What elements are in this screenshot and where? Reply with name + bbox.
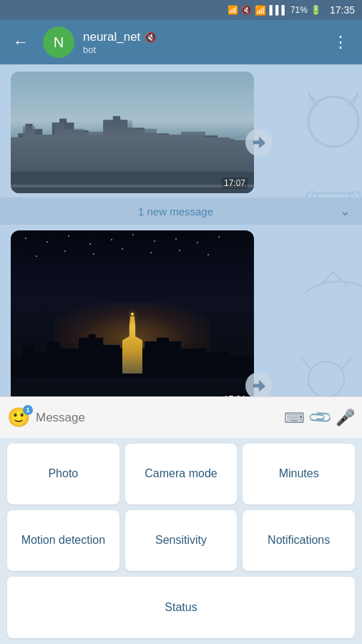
- chevron-down-icon[interactable]: ⌄: [340, 203, 351, 219]
- message-input-bar: 🙂 1 ⌨ 📎 🎤: [0, 396, 362, 438]
- avatar: N: [43, 26, 74, 58]
- attach-button[interactable]: 📎: [307, 404, 333, 431]
- emoji-badge: 1: [23, 405, 33, 415]
- battery-level: 71%: [290, 5, 308, 15]
- status-bar: 📶 🔇 📶 ▌▌▌ 71% 🔋 17:35: [0, 0, 362, 20]
- header-info: neural_net 🔇 bot: [83, 30, 318, 55]
- new-message-divider: 1 new message ⌄: [0, 197, 362, 225]
- message-image-2: 17:34: [11, 230, 254, 409]
- motion-detection-button[interactable]: Motion detection: [7, 510, 119, 571]
- sensitivity-button[interactable]: Sensitivity: [125, 510, 238, 571]
- battery-icon: 🔋: [310, 5, 321, 15]
- back-button[interactable]: ←: [7, 27, 34, 57]
- forward-button-2[interactable]: [245, 372, 273, 399]
- emoji-button[interactable]: 🙂 1: [7, 406, 30, 429]
- photo-button[interactable]: Photo: [7, 444, 119, 504]
- notifications-button[interactable]: Notifications: [243, 510, 355, 571]
- bluetooth-icon: 📶: [228, 5, 238, 15]
- image-1-timestamp: 17:07: [221, 177, 248, 189]
- keyboard-button[interactable]: ⌨: [284, 409, 305, 426]
- message-image-1: 17:07: [11, 72, 254, 193]
- new-message-text: 1 new message: [138, 205, 213, 218]
- mute-status-icon: 🔇: [241, 5, 252, 15]
- mic-button[interactable]: 🎤: [336, 409, 355, 427]
- contact-subtitle: bot: [83, 44, 318, 55]
- contact-name: neural_net 🔇: [83, 30, 318, 44]
- more-button[interactable]: ⋮: [327, 27, 355, 57]
- bot-buttons-panel: Photo Camera mode Minutes Motion detecti…: [0, 438, 362, 644]
- chat-header: ← N neural_net 🔇 bot ⋮: [0, 20, 362, 64]
- camera-mode-button[interactable]: Camera mode: [125, 444, 238, 504]
- svg-point-0: [308, 97, 358, 147]
- signal-icon: ▌▌▌: [269, 5, 288, 15]
- status-button[interactable]: Status: [7, 577, 355, 638]
- svg-point-4: [308, 361, 344, 397]
- status-time: 17:35: [330, 4, 355, 16]
- forward-button-1[interactable]: [245, 129, 273, 156]
- status-icons: 📶 🔇 📶 ▌▌▌ 71% 🔋: [228, 5, 321, 16]
- mute-icon: 🔇: [145, 31, 157, 43]
- message-input[interactable]: [36, 411, 278, 425]
- wifi-icon: 📶: [255, 5, 266, 16]
- minutes-button[interactable]: Minutes: [243, 444, 355, 504]
